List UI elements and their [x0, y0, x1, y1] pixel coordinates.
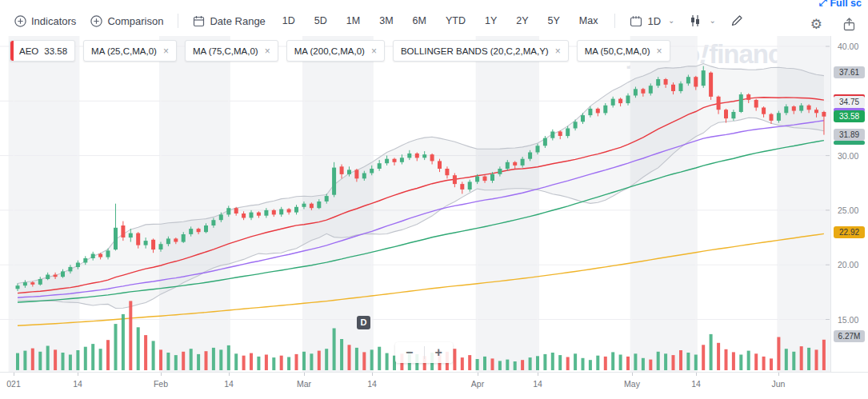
chip-ma25[interactable]: MA (25,C,MA,0) × — [83, 40, 177, 62]
calendar-icon — [193, 15, 205, 27]
range-2y[interactable]: 2Y — [507, 15, 537, 26]
chip-ma75[interactable]: MA (75,C,MA,0) × — [185, 40, 278, 62]
chevron-down-icon: ⌄ — [709, 16, 715, 25]
time-tick — [78, 373, 78, 376]
candlestick-chart-icon — [689, 14, 702, 27]
chip-symbol-aeo[interactable]: AEO 33.58 — [10, 40, 75, 62]
price-tick-label: 20.00 — [838, 260, 858, 269]
interval-value: 1D — [647, 15, 661, 27]
comparison-label: Comparison — [107, 15, 163, 27]
chart-actions: ⚙ — [810, 18, 855, 31]
draw-button[interactable] — [724, 14, 750, 27]
time-tick-label: Feb — [154, 379, 168, 389]
comparison-button[interactable]: Comparison — [84, 15, 170, 27]
interval-badge: D — [357, 316, 370, 329]
gear-icon[interactable]: ⚙ — [810, 18, 822, 31]
indicator-value-pill — [834, 141, 865, 145]
plus-circle-icon — [90, 15, 102, 27]
interval-dropdown[interactable]: 1D ⌄ — [623, 15, 681, 27]
fullscreen-label: Full sc — [830, 0, 862, 9]
range-5d[interactable]: 5D — [306, 15, 336, 26]
zoom-out-button[interactable]: − — [395, 342, 424, 363]
price-axis: 40.0030.0025.0020.0015.0037.6134.7533.58… — [830, 36, 868, 372]
time-tick-label: 021 — [6, 379, 21, 389]
time-tick — [304, 373, 305, 376]
chart-type-dropdown[interactable]: ⌄ — [682, 14, 722, 27]
time-tick — [696, 373, 697, 376]
time-tick — [632, 373, 633, 376]
chip-ma50[interactable]: MA (50,C,MA,0) × — [577, 40, 670, 62]
chip-label: BOLLINGER BANDS (20,C,2,MA,Y) — [401, 46, 549, 56]
time-tick — [161, 373, 162, 376]
axis-value-badge: 34.75 — [834, 96, 865, 108]
time-tick — [538, 373, 538, 376]
time-tick-label: 14 — [533, 379, 542, 389]
close-icon[interactable]: × — [371, 46, 377, 57]
range-1y[interactable]: 1Y — [476, 15, 506, 26]
price-chart[interactable] — [0, 36, 830, 372]
chevron-down-icon: ⌄ — [668, 16, 674, 25]
time-tick — [372, 373, 373, 376]
toolbar-divider — [178, 14, 178, 28]
axis-value-badge: 6.27M — [834, 330, 865, 342]
indicators-button[interactable]: Indicators — [8, 15, 82, 27]
range-1d[interactable]: 1D — [274, 15, 304, 26]
range-ytd[interactable]: YTD — [437, 15, 474, 26]
time-axis: 02114Feb14Mar14Apr14May14Jun — [0, 372, 868, 399]
time-tick-label: 14 — [691, 379, 701, 389]
axis-value-badge: 22.92 — [834, 226, 865, 238]
axis-value-badge: 31.89 — [834, 129, 865, 141]
time-tick-label: Apr — [471, 379, 484, 389]
time-tick-label: 14 — [224, 379, 234, 389]
indicators-label: Indicators — [31, 15, 76, 27]
indicator-chips: AEO 33.58 MA (25,C,MA,0) × MA (75,C,MA,0… — [10, 40, 670, 62]
date-range-button[interactable]: Date Range — [186, 15, 271, 27]
close-icon[interactable]: × — [163, 46, 169, 57]
yahoo-finance-chart-app: Indicators Comparison Date Range 1D 5D 1… — [0, 0, 868, 399]
chip-ma200[interactable]: MA (200,C,MA,0) × — [286, 40, 385, 62]
time-tick-label: 14 — [367, 379, 377, 389]
zoom-controls: − + — [395, 342, 453, 363]
range-5y[interactable]: 5Y — [539, 15, 569, 26]
range-1m[interactable]: 1M — [338, 15, 369, 26]
close-icon[interactable]: × — [265, 46, 270, 57]
chip-label: MA (50,C,MA,0) — [585, 46, 650, 56]
plus-circle-icon — [14, 15, 26, 27]
fullscreen-button[interactable]: ⤢ Full sc — [818, 0, 862, 9]
close-icon[interactable]: × — [656, 46, 662, 57]
time-tick-label: 14 — [73, 379, 82, 389]
chip-accent-bar — [10, 41, 14, 61]
time-tick — [229, 373, 230, 376]
chip-bollinger[interactable]: BOLLINGER BANDS (20,C,2,MA,Y) × — [393, 40, 569, 62]
range-6m[interactable]: 6M — [404, 15, 435, 26]
chart-toolbar: Indicators Comparison Date Range 1D 5D 1… — [8, 10, 750, 32]
chip-label: MA (200,C,MA,0) — [294, 46, 365, 56]
range-3m[interactable]: 3M — [370, 15, 402, 26]
symbol-price: 33.58 — [44, 46, 67, 56]
time-tick-label: May — [624, 379, 640, 389]
pencil-icon — [730, 14, 744, 27]
chip-label: MA (75,C,MA,0) — [193, 46, 258, 56]
time-tick-label: Jun — [772, 379, 786, 389]
expand-arrows-icon: ⤢ — [818, 0, 826, 9]
price-tick-label: 15.00 — [838, 315, 858, 325]
date-range-label: Date Range — [210, 15, 265, 27]
toolbar-divider — [614, 14, 615, 28]
chip-label: MA (25,C,MA,0) — [91, 46, 157, 56]
axis-value-badge: 37.61 — [834, 66, 865, 78]
price-tick-label: 30.00 — [838, 151, 858, 161]
time-tick — [778, 373, 779, 376]
price-tick-label: 25.00 — [838, 205, 858, 215]
share-icon[interactable] — [843, 18, 855, 31]
close-icon[interactable]: × — [555, 46, 561, 57]
axis-value-badge: 33.58 — [834, 110, 865, 122]
time-tick — [14, 373, 14, 376]
range-max[interactable]: Max — [570, 15, 607, 26]
price-tick-label: 40.00 — [838, 42, 858, 51]
zoom-in-button[interactable]: + — [425, 342, 454, 363]
interval-icon — [630, 15, 642, 27]
time-tick — [478, 373, 478, 376]
time-tick-label: Mar — [297, 379, 311, 389]
symbol-label: AEO — [19, 46, 38, 56]
